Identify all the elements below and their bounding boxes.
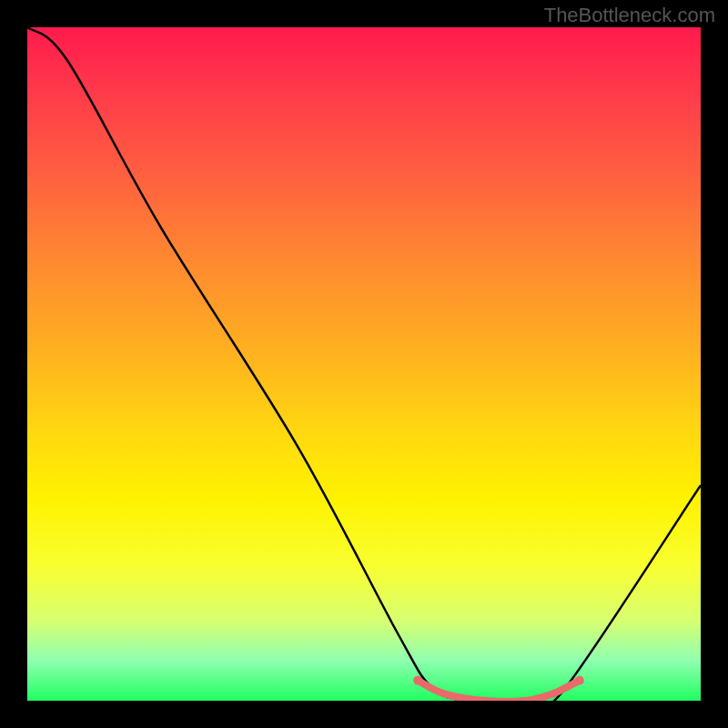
svg-point-1 <box>575 676 584 685</box>
plot-area <box>27 27 701 701</box>
bottleneck-curve <box>27 27 701 701</box>
svg-point-0 <box>413 676 422 685</box>
curve-layer <box>27 27 701 701</box>
optimal-range-highlight <box>418 681 580 701</box>
watermark-text: TheBottleneck.com <box>544 4 715 27</box>
highlight-dots <box>413 676 584 685</box>
